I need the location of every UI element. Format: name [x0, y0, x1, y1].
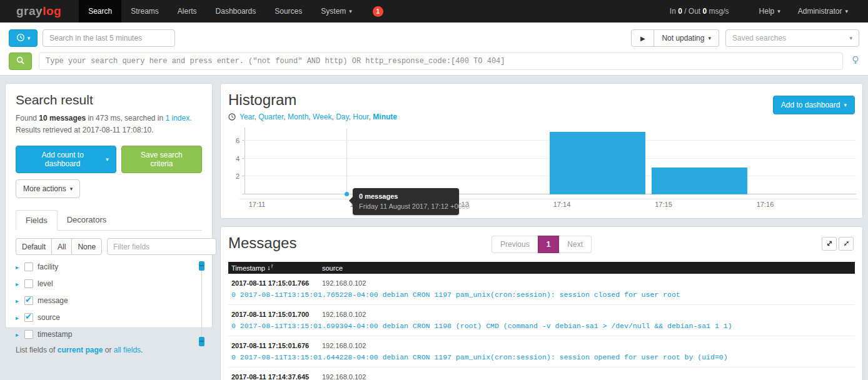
save-search-criteria-button[interactable]: Save search criteria — [121, 146, 202, 173]
nav-item-dashboards[interactable]: Dashboards — [206, 0, 266, 22]
y-tick-label: 2 — [228, 172, 240, 180]
field-row-level: ▸level — [16, 278, 202, 289]
resolution-year[interactable]: Year — [240, 112, 255, 121]
search-submit-button[interactable] — [9, 52, 32, 70]
nav-item-streams[interactable]: Streams — [121, 0, 168, 22]
table-row[interactable]: 2017-08-11 17:14:37.645192.168.0.1020 20… — [228, 368, 855, 380]
source-column-header[interactable]: source — [322, 264, 343, 272]
nav-item-sources[interactable]: Sources — [265, 0, 311, 22]
chevron-right-icon[interactable]: ▸ — [16, 314, 24, 321]
field-list: ▸facility▸level▸message▸source▸timestamp — [16, 261, 202, 340]
compress-table-button[interactable] — [839, 237, 854, 251]
search-query-input[interactable] — [39, 52, 843, 70]
fields-default-button[interactable]: Default — [16, 238, 51, 255]
resolution-quarter[interactable]: Quarter — [258, 112, 283, 121]
nav-item-label: Search — [88, 7, 112, 16]
row-message[interactable]: 0 2017-08-11T13:15:01.765228-04:00 debia… — [228, 291, 855, 299]
nav-item-alerts[interactable]: Alerts — [168, 0, 206, 22]
field-label: message — [38, 296, 68, 305]
navbar-right: In 0 / Out 0 msg/s Help▾ Administrator▾ — [670, 0, 868, 22]
resolution-day[interactable]: Day — [336, 112, 348, 121]
scrollbar-handle-bottom[interactable] — [199, 337, 204, 346]
pagination-next-button[interactable]: Next — [559, 236, 592, 253]
graylog-logo[interactable]: graylog — [0, 0, 79, 22]
search-result-sidebar: Search result Found 10 messages in 473 m… — [5, 83, 213, 328]
resolution-selector: Year, Quarter, Month, Week, Day, Hour, M… — [228, 112, 855, 121]
nav-item-label: Sources — [275, 7, 302, 16]
messages-table-header: Timestamp source — [228, 262, 855, 274]
chart-tooltip: 0 messages Friday 11 August 2017, 17:12 … — [353, 188, 459, 215]
row-timestamp: 2017-08-11 17:14:37.645 — [228, 373, 322, 380]
x-baseline — [242, 194, 856, 194]
saved-searches-select[interactable]: Saved searches▾ — [725, 29, 859, 47]
field-checkbox-timestamp[interactable] — [24, 330, 33, 339]
main-nav: SearchStreamsAlertsDashboardsSourcesSyst… — [79, 0, 361, 22]
row-message[interactable]: 0 2017-08-11T13:15:01.644228-04:00 debia… — [228, 353, 855, 361]
refresh-interval-button[interactable]: Not updating▾ — [654, 29, 719, 47]
message-count: 10 messages — [39, 114, 86, 122]
row-source: 192.168.0.102 — [322, 342, 366, 349]
fields-all-button[interactable]: All — [51, 238, 71, 255]
nav-item-system[interactable]: System▾ — [311, 0, 361, 22]
user-menu[interactable]: Administrator▾ — [789, 7, 857, 16]
y-tick — [242, 158, 245, 159]
row-source: 192.168.0.102 — [322, 279, 366, 287]
field-list-scrollbar[interactable] — [199, 261, 204, 346]
pagination-page-1-button[interactable]: 1 — [538, 236, 560, 253]
timestamp-column-header[interactable]: Timestamp — [228, 264, 322, 272]
expand-table-button[interactable] — [822, 237, 837, 251]
field-checkbox-source[interactable] — [24, 313, 33, 322]
chevron-right-icon[interactable]: ▸ — [16, 281, 24, 288]
chevron-right-icon[interactable]: ▸ — [16, 264, 24, 271]
y-tick — [242, 140, 245, 141]
index-link[interactable]: 1 index. — [166, 114, 192, 122]
current-page-link[interactable]: current page — [58, 346, 103, 354]
search-band: ▾ ▶ Not updating▾ Saved searches▾ — [0, 22, 868, 76]
table-row[interactable]: 2017-08-11 17:15:01.700192.168.0.1020 20… — [228, 305, 855, 336]
x-tick-label: 17:11 — [249, 201, 266, 208]
scrollbar-handle-top[interactable] — [199, 261, 204, 271]
tab-decorators[interactable]: Decorators — [58, 210, 116, 231]
resolution-minute[interactable]: Minute — [373, 112, 397, 121]
histogram-bar[interactable] — [652, 168, 747, 194]
lightbulb-icon[interactable] — [852, 56, 859, 67]
play-icon: ▶ — [640, 35, 645, 42]
chevron-right-icon[interactable]: ▸ — [16, 331, 24, 338]
tooltip-arrow — [349, 197, 353, 204]
resolution-month[interactable]: Month — [288, 112, 308, 121]
help-menu[interactable]: Help▾ — [750, 7, 789, 16]
fields-none-button[interactable]: None — [71, 238, 102, 255]
add-to-dashboard-button[interactable]: Add to dashboard▾ — [773, 96, 855, 114]
time-range-button[interactable]: ▾ — [9, 29, 38, 47]
notification-badge[interactable]: 1 — [373, 6, 383, 17]
histogram-bar[interactable] — [550, 132, 645, 194]
histogram-plot[interactable]: 246 — [245, 129, 856, 194]
tooltip-value: 0 messages — [359, 192, 453, 200]
tooltip-date: Friday 11 August 2017, 17:12 +0000 — [359, 202, 453, 210]
field-checkbox-level[interactable] — [24, 279, 33, 288]
field-checkbox-facility[interactable] — [24, 262, 33, 271]
more-actions-button[interactable]: More actions▾ — [16, 179, 80, 198]
hover-crosshair — [346, 129, 347, 194]
filter-fields-input[interactable] — [107, 238, 216, 255]
sort-icon[interactable] — [268, 264, 273, 271]
field-label: level — [38, 279, 53, 288]
pagination-previous-button[interactable]: Previous — [492, 236, 538, 253]
table-row[interactable]: 2017-08-11 17:15:01.766192.168.0.1020 20… — [228, 274, 855, 305]
field-checkbox-message[interactable] — [24, 296, 33, 305]
throughput-indicator: In 0 / Out 0 msg/s — [670, 7, 729, 16]
chevron-right-icon[interactable]: ▸ — [16, 298, 24, 304]
resolution-hour[interactable]: Hour — [353, 112, 368, 121]
resolution-week[interactable]: Week — [313, 112, 331, 121]
add-count-to-dashboard-button[interactable]: Add count to dashboard▾ — [16, 146, 116, 173]
y-tick-label: 4 — [228, 155, 240, 162]
play-button[interactable]: ▶ — [631, 29, 654, 47]
hover-point — [345, 192, 349, 196]
nav-item-search[interactable]: Search — [79, 0, 121, 22]
chevron-down-icon: ▾ — [845, 8, 848, 14]
all-fields-link[interactable]: all fields — [114, 346, 141, 354]
tab-fields[interactable]: Fields — [16, 210, 58, 231]
time-range-input[interactable] — [43, 29, 175, 47]
row-message[interactable]: 0 2017-08-11T13:15:01.699394-04:00 debia… — [228, 322, 855, 330]
table-row[interactable]: 2017-08-11 17:15:01.676192.168.0.1020 20… — [228, 336, 855, 368]
